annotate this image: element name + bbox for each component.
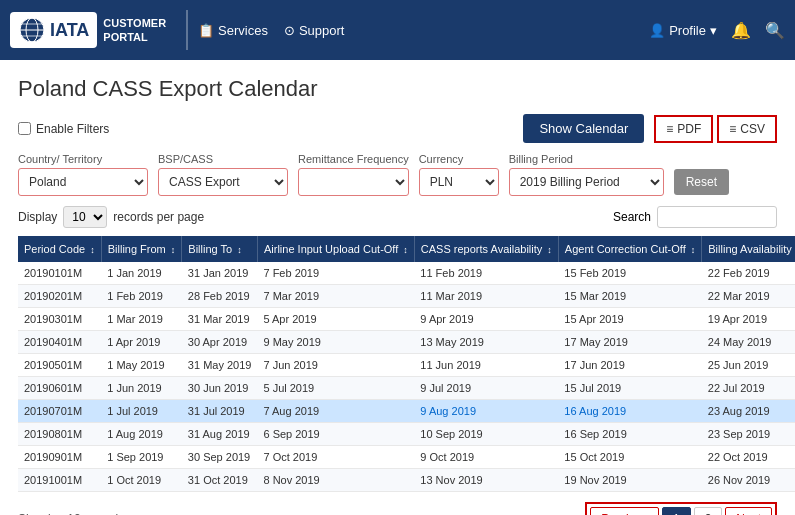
enable-filters-checkbox[interactable]	[18, 122, 31, 135]
next-button[interactable]: Next	[725, 507, 772, 515]
table-row: 20190901M1 Sep 201930 Sep 20197 Oct 2019…	[18, 446, 795, 469]
table-row: 20190201M1 Feb 201928 Feb 20197 Mar 2019…	[18, 285, 795, 308]
country-dropdown-group: Country/ Territory Poland	[18, 153, 148, 196]
iata-logo-box: IATA	[10, 12, 97, 48]
nav-services[interactable]: 📋 Services	[198, 23, 268, 38]
data-table: Period Code ↕ Billing From ↕ Billing To …	[18, 236, 795, 492]
chevron-down-icon: ▾	[710, 23, 717, 38]
remittance-dropdown-group: Remittance Frequency	[298, 153, 409, 196]
reset-button[interactable]: Reset	[674, 169, 729, 195]
table-controls: Display 10 25 50 records per page Search	[18, 206, 777, 228]
search-box: Search	[613, 206, 777, 228]
globe-icon	[18, 16, 46, 44]
remittance-label: Remittance Frequency	[298, 153, 409, 165]
bsp-label: BSP/CASS	[158, 153, 288, 165]
page-content: Poland CASS Export Calendar Enable Filte…	[0, 60, 795, 515]
logo-area: IATA CUSTOMER PORTAL	[10, 12, 166, 48]
page-1-button[interactable]: 1	[662, 507, 691, 515]
table-row: 20190701M1 Jul 201931 Jul 20197 Aug 2019…	[18, 400, 795, 423]
sort-icon-airline: ↕	[403, 245, 408, 255]
bell-icon[interactable]: 🔔	[731, 21, 751, 40]
dropdowns-row: Country/ Territory Poland BSP/CASS CASS …	[18, 153, 777, 196]
sort-icon-period: ↕	[90, 245, 95, 255]
table-row: 20190601M1 Jun 201930 Jun 20195 Jul 2019…	[18, 377, 795, 400]
table-row: 20190301M1 Mar 201931 Mar 20195 Apr 2019…	[18, 308, 795, 331]
billing-dropdown-group: Billing Period 2019 Billing Period	[509, 153, 664, 196]
services-icon: 📋	[198, 23, 214, 38]
table-row: 20191001M1 Oct 201931 Oct 20198 Nov 2019…	[18, 469, 795, 492]
currency-dropdown-group: Currency PLN	[419, 153, 499, 196]
page-title: Poland CASS Export Calendar	[18, 76, 777, 102]
currency-label: Currency	[419, 153, 499, 165]
nav-support[interactable]: ⊙ Support	[284, 23, 345, 38]
display-row: Display 10 25 50 records per page	[18, 206, 204, 228]
col-airline-cutoff[interactable]: Airline Input Upload Cut-Off ↕	[257, 236, 414, 262]
bsp-dropdown-group: BSP/CASS CASS Export	[158, 153, 288, 196]
table-footer: Showing 12 records Previous 1 2 Next	[18, 502, 777, 515]
show-calendar-button[interactable]: Show Calendar	[523, 114, 644, 143]
table-row: 20190801M1 Aug 201931 Aug 20196 Sep 2019…	[18, 423, 795, 446]
person-icon: 👤	[649, 23, 665, 38]
pdf-icon: ≡	[666, 122, 673, 136]
col-billing-to[interactable]: Billing To ↕	[182, 236, 258, 262]
table-row: 20190101M1 Jan 201931 Jan 20197 Feb 2019…	[18, 262, 795, 285]
billing-label: Billing Period	[509, 153, 664, 165]
table-row: 20190401M1 Apr 201930 Apr 20199 May 2019…	[18, 331, 795, 354]
sort-icon-from: ↕	[171, 245, 176, 255]
search-input[interactable]	[657, 206, 777, 228]
sort-icon-agent: ↕	[691, 245, 696, 255]
export-buttons: ≡ PDF ≡ CSV	[654, 115, 777, 143]
search-label: Search	[613, 210, 651, 224]
customer-portal-text: CUSTOMER PORTAL	[103, 16, 166, 45]
iata-text: IATA	[50, 20, 89, 41]
pdf-button[interactable]: ≡ PDF	[654, 115, 713, 143]
table-row: 20190501M1 May 201931 May 20197 Jun 2019…	[18, 354, 795, 377]
col-agent-cutoff[interactable]: Agent Correction Cut-Off ↕	[558, 236, 701, 262]
remittance-select[interactable]	[298, 168, 409, 196]
previous-button[interactable]: Previous	[590, 507, 659, 515]
col-period-code[interactable]: Period Code ↕	[18, 236, 101, 262]
enable-filters-label[interactable]: Enable Filters	[18, 122, 109, 136]
col-billing-avail[interactable]: Billing Availability ↕	[702, 236, 795, 262]
col-billing-from[interactable]: Billing From ↕	[101, 236, 182, 262]
sort-icon-to: ↕	[237, 245, 242, 255]
csv-button[interactable]: ≡ CSV	[717, 115, 777, 143]
support-icon: ⊙	[284, 23, 295, 38]
currency-select[interactable]: PLN	[419, 168, 499, 196]
bsp-select[interactable]: CASS Export	[158, 168, 288, 196]
records-per-page-select[interactable]: 10 25 50	[63, 206, 107, 228]
profile-button[interactable]: 👤 Profile ▾	[649, 23, 717, 38]
col-cass-avail[interactable]: CASS reports Availability ↕	[414, 236, 558, 262]
header-right: 👤 Profile ▾ 🔔 🔍	[649, 21, 785, 40]
header-nav: 📋 Services ⊙ Support	[198, 23, 649, 38]
filter-row: Enable Filters Show Calendar ≡ PDF ≡ CSV	[18, 114, 777, 143]
csv-icon: ≡	[729, 122, 736, 136]
header-divider	[186, 10, 188, 50]
sort-icon-cass: ↕	[547, 245, 552, 255]
country-select[interactable]: Poland	[18, 168, 148, 196]
header: IATA CUSTOMER PORTAL 📋 Services ⊙ Suppor…	[0, 0, 795, 60]
country-label: Country/ Territory	[18, 153, 148, 165]
page-2-button[interactable]: 2	[694, 507, 723, 515]
search-icon[interactable]: 🔍	[765, 21, 785, 40]
billing-select[interactable]: 2019 Billing Period	[509, 168, 664, 196]
pagination-wrapper: Previous 1 2 Next	[585, 502, 777, 515]
